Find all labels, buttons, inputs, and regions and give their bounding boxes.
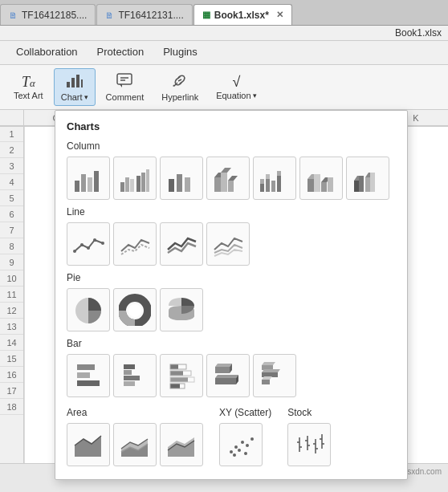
- tab-1[interactable]: 🗎 TF16412185....: [0, 4, 96, 25]
- column-chart-row: [67, 157, 396, 200]
- svg-rect-38: [321, 182, 327, 192]
- svg-rect-29: [260, 179, 264, 184]
- nav-plugins[interactable]: Plugins: [153, 41, 207, 64]
- sheet-body: 1 2 3 4 5 6 7 8 9 10 11 12 13 14 15 16 1…: [0, 126, 25, 463]
- chart-column-2[interactable]: [113, 157, 157, 200]
- comment-button[interactable]: Comment: [99, 68, 152, 106]
- svg-rect-40: [328, 177, 333, 192]
- chart-bar-2[interactable]: [113, 354, 157, 397]
- svg-rect-14: [125, 177, 129, 192]
- row-7: 7: [0, 222, 23, 238]
- svg-rect-62: [124, 376, 140, 380]
- doc-icon-1: 🗎: [9, 10, 18, 20]
- chart-line-4[interactable]: [206, 222, 250, 266]
- xy-section: XY (Scatter): [219, 401, 271, 470]
- chart-pie-2[interactable]: [113, 288, 157, 331]
- svg-rect-15: [130, 179, 134, 192]
- chart-line-3[interactable]: [160, 222, 203, 266]
- comment-label: Comment: [106, 92, 145, 102]
- svg-rect-68: [170, 377, 188, 382]
- chart-line-1[interactable]: [67, 222, 110, 266]
- chart-column-3[interactable]: [160, 157, 203, 200]
- svg-point-94: [250, 437, 254, 441]
- line-chart-row: [67, 222, 396, 266]
- chart-pie-3[interactable]: [160, 288, 203, 331]
- svg-rect-44: [365, 177, 370, 192]
- svg-rect-1: [71, 78, 75, 87]
- chart-column-1[interactable]: [67, 157, 110, 200]
- chart-bar-5[interactable]: [253, 354, 296, 397]
- row-12: 12: [0, 303, 23, 319]
- spreadsheet-cells[interactable]: [24, 126, 25, 463]
- svg-marker-25: [221, 168, 231, 173]
- svg-rect-11: [88, 177, 92, 192]
- svg-marker-73: [215, 364, 232, 367]
- chart-xy-1[interactable]: [219, 423, 263, 466]
- svg-rect-21: [185, 177, 190, 192]
- row-17: 17: [0, 383, 23, 399]
- svg-rect-66: [170, 371, 183, 376]
- text-art-button[interactable]: Tα Text Art: [6, 71, 51, 104]
- tab-3[interactable]: ▦ Book1.xlsx* ✕: [193, 4, 292, 25]
- chart-column-6[interactable]: [299, 157, 343, 200]
- chart-column-7[interactable]: [346, 157, 389, 200]
- svg-rect-70: [170, 384, 180, 388]
- hyperlink-button[interactable]: Hyperlink: [154, 68, 206, 106]
- svg-rect-12: [94, 171, 99, 192]
- svg-marker-79: [262, 362, 275, 365]
- toolbar: Tα Text Art Chart ▾ Comment: [0, 65, 448, 110]
- svg-point-47: [73, 250, 76, 253]
- chart-area-1[interactable]: [67, 423, 110, 466]
- chart-label: Chart: [61, 92, 83, 102]
- svg-rect-22: [214, 177, 221, 192]
- chart-column-4[interactable]: [206, 157, 250, 200]
- chart-arrow-icon: ▾: [84, 93, 88, 101]
- filename-bar: Book1.xlsx: [0, 26, 448, 41]
- xy-chart-row: [219, 423, 271, 466]
- chart-button[interactable]: Chart ▾: [54, 68, 96, 106]
- row-5: 5: [0, 190, 23, 206]
- svg-point-93: [246, 444, 249, 447]
- bottom-chart-row: Area: [67, 401, 396, 470]
- chart-area-3[interactable]: [160, 423, 203, 466]
- tab-bar: 🗎 TF16412185.... 🗎 TF16412131.... ▦ Book…: [0, 0, 448, 26]
- svg-rect-20: [177, 174, 182, 192]
- equation-arrow-icon: ▾: [253, 91, 257, 100]
- equation-label: Equation: [216, 91, 250, 100]
- svg-point-49: [87, 246, 90, 250]
- area-chart-row: [67, 423, 203, 466]
- svg-point-90: [234, 445, 238, 449]
- column-section-label: Column: [67, 140, 396, 152]
- svg-line-8: [178, 79, 181, 81]
- svg-rect-82: [262, 380, 270, 384]
- chart-area-2[interactable]: [113, 423, 157, 466]
- charts-panel: Charts Column: [55, 110, 408, 480]
- chart-bar-3[interactable]: [160, 354, 203, 397]
- chart-stock-1[interactable]: [287, 423, 331, 466]
- nav-protection[interactable]: Protection: [88, 41, 154, 64]
- svg-rect-30: [266, 179, 270, 192]
- chart-bar-1[interactable]: [67, 354, 110, 397]
- svg-rect-72: [215, 367, 230, 373]
- svg-rect-41: [354, 181, 359, 192]
- tab-3-close[interactable]: ✕: [276, 10, 283, 20]
- chart-pie-1[interactable]: [67, 288, 110, 331]
- svg-point-89: [230, 450, 233, 453]
- charts-panel-title: Charts: [67, 120, 396, 132]
- chart-bar-4[interactable]: [206, 354, 250, 397]
- svg-rect-4: [117, 74, 132, 84]
- svg-rect-61: [124, 370, 132, 375]
- line-section-label: Line: [67, 206, 396, 218]
- filename-label: Book1.xlsx: [395, 27, 442, 39]
- nav-collaboration[interactable]: Collaboration: [6, 41, 88, 64]
- chart-column-5[interactable]: [253, 157, 296, 200]
- chart-line-2[interactable]: [113, 222, 157, 266]
- svg-rect-18: [146, 169, 149, 192]
- row-14: 14: [0, 335, 23, 351]
- text-art-icon: Tα: [22, 75, 35, 89]
- svg-point-92: [241, 441, 244, 444]
- row-6: 6: [0, 206, 23, 222]
- row-2: 2: [0, 142, 23, 158]
- tab-2[interactable]: 🗎 TF16412131....: [96, 4, 192, 25]
- equation-button[interactable]: √ Equation ▾: [209, 71, 263, 104]
